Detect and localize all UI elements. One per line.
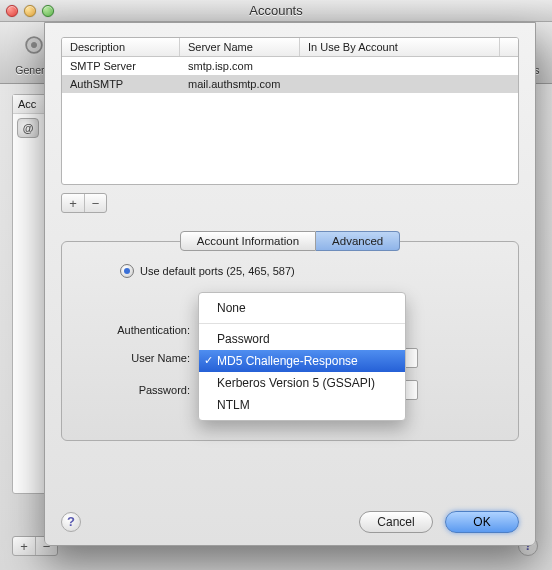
column-in-use-by[interactable]: In Use By Account bbox=[300, 38, 500, 56]
server-remove-button[interactable]: − bbox=[84, 194, 106, 212]
password-label: Password: bbox=[80, 384, 190, 396]
authentication-dropdown[interactable]: None Password MD5 Challenge-Response Ker… bbox=[198, 292, 406, 421]
auth-option-kerberos[interactable]: Kerberos Version 5 (GSSAPI) bbox=[199, 372, 405, 394]
cell-server-name: mail.authsmtp.com bbox=[180, 75, 300, 93]
column-spacer bbox=[500, 38, 518, 56]
server-row[interactable]: AuthSMTP mail.authsmtp.com bbox=[62, 75, 518, 93]
sidebar-add-button[interactable]: + bbox=[13, 537, 35, 555]
ok-button[interactable]: OK bbox=[445, 511, 519, 533]
auth-option-none[interactable]: None bbox=[199, 297, 405, 319]
sidebar-header: Acc bbox=[13, 95, 47, 114]
tab-account-information[interactable]: Account Information bbox=[180, 231, 316, 251]
at-icon: @ bbox=[17, 118, 39, 138]
tab-advanced[interactable]: Advanced bbox=[316, 231, 400, 251]
server-table: Description Server Name In Use By Accoun… bbox=[61, 37, 519, 185]
server-add-remove: + − bbox=[61, 193, 107, 213]
cell-server-name: smtp.isp.com bbox=[180, 57, 300, 75]
detail-tabs: Account Information Advanced bbox=[180, 231, 400, 251]
sheet-help-button[interactable]: ? bbox=[61, 512, 81, 532]
cell-description: SMTP Server bbox=[62, 57, 180, 75]
server-add-button[interactable]: + bbox=[62, 194, 84, 212]
window-titlebar: Accounts bbox=[0, 0, 552, 22]
advanced-panel: Use default ports (25, 465, 587) Authent… bbox=[61, 241, 519, 441]
default-ports-label: Use default ports (25, 465, 587) bbox=[140, 265, 295, 277]
sidebar-account-row[interactable]: @ bbox=[13, 114, 47, 142]
authentication-label: Authentication: bbox=[80, 324, 190, 336]
cell-in-use-by bbox=[300, 57, 518, 75]
auth-option-password[interactable]: Password bbox=[199, 328, 405, 350]
column-server-name[interactable]: Server Name bbox=[180, 38, 300, 56]
dropdown-separator bbox=[199, 323, 405, 324]
window-title: Accounts bbox=[0, 3, 552, 18]
cell-in-use-by bbox=[300, 75, 518, 93]
server-row[interactable]: SMTP Server smtp.isp.com bbox=[62, 57, 518, 75]
svg-point-1 bbox=[31, 42, 36, 47]
smtp-server-sheet: Description Server Name In Use By Accoun… bbox=[44, 22, 536, 546]
auth-option-md5[interactable]: MD5 Challenge-Response bbox=[199, 350, 405, 372]
auth-option-ntlm[interactable]: NTLM bbox=[199, 394, 405, 416]
cancel-button[interactable]: Cancel bbox=[359, 511, 433, 533]
radio-default-ports[interactable] bbox=[120, 264, 134, 278]
accounts-sidebar: Acc @ bbox=[12, 94, 48, 494]
username-label: User Name: bbox=[80, 352, 190, 364]
server-table-header: Description Server Name In Use By Accoun… bbox=[62, 38, 518, 57]
default-ports-row[interactable]: Use default ports (25, 465, 587) bbox=[120, 264, 500, 278]
column-description[interactable]: Description bbox=[62, 38, 180, 56]
cell-description: AuthSMTP bbox=[62, 75, 180, 93]
